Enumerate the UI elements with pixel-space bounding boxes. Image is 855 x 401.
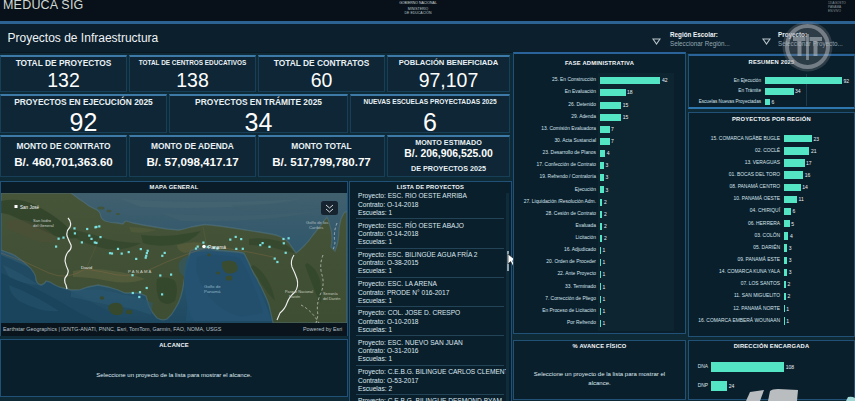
svg-text:Panamá: Panamá [208, 245, 226, 250]
svg-text:David: David [81, 265, 93, 270]
svg-text:Caribes: Caribes [309, 225, 323, 230]
svg-text:PANAMA: PANAMA [128, 269, 153, 274]
svg-text:San José: San José [20, 205, 40, 210]
svg-text:del General: del General [33, 223, 54, 228]
svg-text:Darién: Darién [289, 295, 300, 299]
svg-text:del Darién: del Darién [323, 297, 340, 301]
svg-text:Serranía: Serranía [323, 292, 338, 296]
svg-text:Parque Nacional: Parque Nacional [285, 290, 313, 294]
svg-text:Panamá: Panamá [204, 289, 221, 294]
